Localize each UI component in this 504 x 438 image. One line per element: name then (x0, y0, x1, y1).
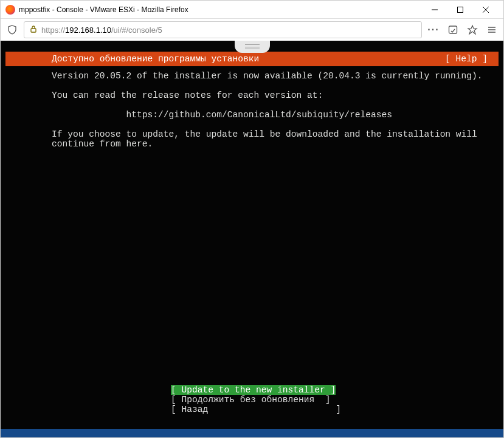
more-icon[interactable]: ··· (427, 23, 440, 36)
vmware-pulldown-handle[interactable] (235, 41, 270, 53)
update-button[interactable]: [ Update to the new installer ] (171, 385, 336, 395)
maximize-button[interactable] (447, 1, 473, 19)
installer-body: Version 20.05.2 of the installer is now … (5, 66, 499, 149)
bookmark-icon[interactable] (466, 23, 479, 36)
svg-rect-4 (31, 29, 36, 32)
url-text: https://192.168.1.10/ui/#/console/5 (41, 26, 162, 35)
window-titlebar: mppostfix - Console - VMware ESXi - Mozi… (1, 1, 503, 19)
firefox-icon (5, 5, 15, 15)
back-button[interactable]: [ Назад ] (171, 405, 341, 414)
close-button[interactable] (473, 1, 499, 19)
shield-icon[interactable] (5, 23, 19, 36)
body-line3: If you choose to update, the update will… (52, 129, 483, 149)
continue-button[interactable]: [ Продолжить без обновления ] (171, 395, 330, 405)
help-button[interactable]: [ Help ] (445, 54, 488, 64)
minimize-button[interactable] (422, 1, 447, 19)
body-line1: Version 20.05.2 of the installer is now … (52, 71, 483, 81)
svg-rect-1 (458, 7, 463, 12)
address-bar: https://192.168.1.10/ui/#/console/5 ··· (1, 19, 503, 41)
installer-screen: Доступно обновление программы установки … (5, 52, 499, 428)
release-url: https://github.com/CanonicalLtd/subiquit… (126, 110, 392, 120)
svg-rect-5 (449, 26, 457, 33)
installer-title: Доступно обновление программы установки (52, 54, 259, 64)
installer-header: Доступно обновление программы установки … (5, 52, 499, 66)
installer-buttons: [ Update to the new installer ] [ Продол… (5, 375, 499, 424)
url-input[interactable]: https://192.168.1.10/ui/#/console/5 (24, 21, 422, 38)
window-title: mppostfix - Console - VMware ESXi - Mozi… (19, 5, 422, 14)
body-line2: You can read the release notes for each … (52, 91, 323, 100)
reader-icon[interactable] (446, 23, 460, 36)
vmware-console[interactable]: Доступно обновление программы установки … (1, 41, 503, 438)
menu-icon[interactable] (485, 23, 499, 36)
vmware-status-bar (1, 429, 503, 438)
lock-icon (29, 25, 38, 35)
